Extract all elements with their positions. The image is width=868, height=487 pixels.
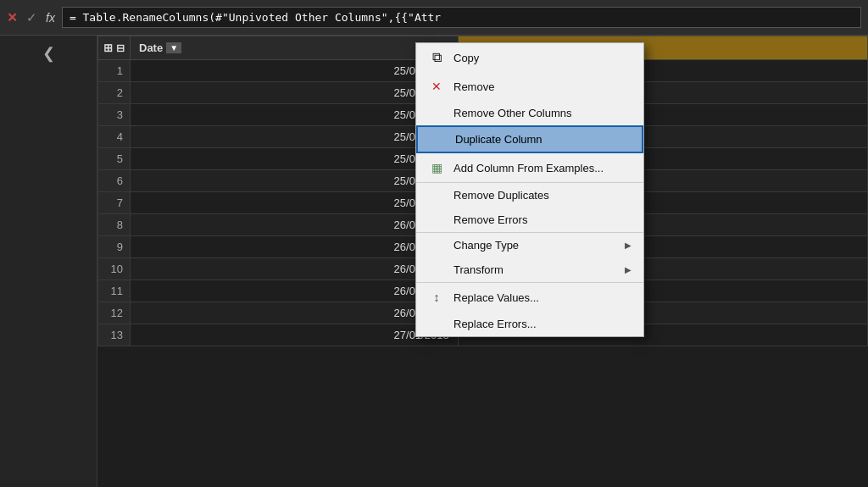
sidebar: ❮ [0,36,97,487]
fx-icon: fx [46,11,55,25]
menu-label: Remove Errors [453,213,632,226]
row-number: 11 [98,280,131,302]
menu-item-change-type[interactable]: Change Type▶ [416,232,643,257]
table-icon-header: ⊞ ⊟ [98,36,131,60]
cancel-icon[interactable]: ✕ [7,10,18,25]
menu-item-add-column-from-examples[interactable]: ▦Add Column From Examples... [416,153,643,182]
menu-item-replace-values[interactable]: ↕Replace Values... [416,282,643,312]
menu-item-remove-errors[interactable]: Remove Errors [416,208,643,232]
date-cell: 25/01/2013 [131,170,459,192]
remove-icon: ✕ [428,78,445,95]
menu-label: Replace Values... [453,291,632,304]
menu-item-duplicate-column[interactable]: Duplicate Column [416,125,643,153]
submenu-arrow: ▶ [625,241,632,250]
menu-label: Transform [453,263,616,276]
row-number: 3 [98,104,131,126]
date-cell: 26/01/2013 [131,236,459,258]
menu-label: Add Column From Examples... [453,162,632,174]
menu-label: Change Type [453,239,616,252]
formula-bar-controls: ✕ ✓ fx [7,10,55,25]
menu-label: Copy [453,52,632,64]
add-col-icon: ▦ [428,159,445,176]
table-icon2: ⊟ [116,42,125,54]
date-cell: 25/01/2013 [131,126,459,148]
date-cell: 26/01/2013 [131,258,459,280]
date-cell: 26/01/2013 [131,280,459,302]
date-cell: 25/01/2013 [131,192,459,214]
row-number: 4 [98,126,131,148]
formula-bar: ✕ ✓ fx [0,0,868,36]
row-number: 6 [98,170,131,192]
menu-item-replace-errors[interactable]: Replace Errors... [416,312,643,336]
menu-item-copy[interactable]: ⧉Copy [416,43,643,72]
row-number: 1 [98,60,131,82]
menu-label: Remove Duplicates [453,189,632,202]
date-cell: 25/01/2013 [131,104,459,126]
replace-icon: ↕ [428,289,445,306]
context-menu: ⧉Copy✕RemoveRemove Other ColumnsDuplicat… [415,42,644,337]
copy-icon: ⧉ [428,49,445,66]
row-number: 12 [98,302,131,324]
date-column-header[interactable]: Date ▼ [131,36,459,60]
row-number: 2 [98,82,131,104]
menu-label: Replace Errors... [453,318,632,330]
menu-label: Duplicate Column [455,133,630,146]
row-number: 10 [98,258,131,280]
menu-item-remove-other-columns[interactable]: Remove Other Columns [416,101,643,125]
row-number: 8 [98,214,131,236]
row-number: 9 [98,236,131,258]
collapse-button[interactable]: ❮ [42,44,55,63]
grid-icon: ⊞ [103,42,113,54]
menu-label: Remove [453,80,632,93]
row-number: 13 [98,324,131,346]
date-filter-button[interactable]: ▼ [166,42,181,53]
date-cell: 26/01/2013 [131,214,459,236]
date-cell: 27/01/2013 [131,324,459,346]
date-cell: 25/01/2013 [131,148,459,170]
confirm-icon[interactable]: ✓ [26,10,37,25]
date-cell: 26/01/2013 [131,302,459,324]
date-cell: 25/01/2013 [131,60,459,82]
row-number: 5 [98,148,131,170]
menu-item-transform[interactable]: Transform▶ [416,257,643,282]
row-number: 7 [98,192,131,214]
date-cell: 25/01/2013 [131,82,459,104]
menu-label: Remove Other Columns [453,107,632,119]
formula-input[interactable] [62,7,861,28]
submenu-arrow: ▶ [625,265,632,274]
menu-item-remove[interactable]: ✕Remove [416,72,643,101]
date-col-label: Date [139,42,163,54]
menu-item-remove-duplicates[interactable]: Remove Duplicates [416,182,643,208]
